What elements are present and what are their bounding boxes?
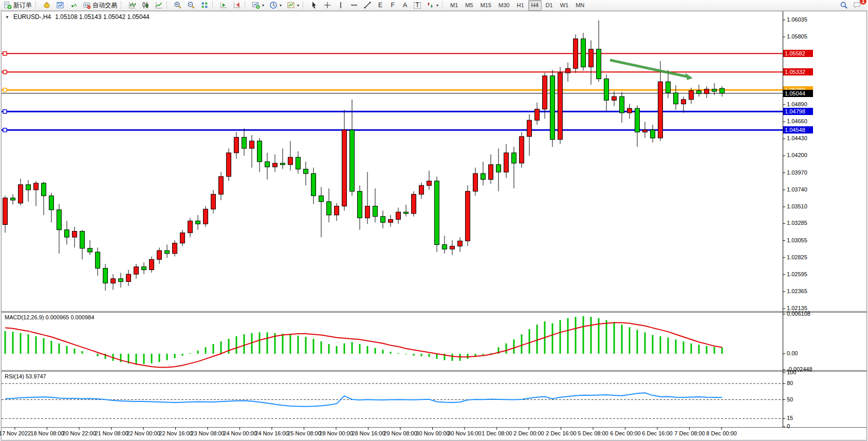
autotrading-icon <box>83 1 91 9</box>
x-axis-label: 30 Nov 16:00 <box>448 430 481 436</box>
price-level-tag[interactable]: 1.05332 <box>783 68 813 75</box>
rsi-name: RSI(14) <box>5 373 24 379</box>
x-axis-label: 6 Dec 00:00 <box>610 430 640 436</box>
chart-window: ▼ EURUSD-,H4 1.05108 1.05143 1.05042 1.0… <box>1 11 867 440</box>
x-axis-label: 22 Nov 16:00 <box>159 430 192 436</box>
y-axis-tick-label: 1.02825 <box>787 254 807 260</box>
bar-chart-button[interactable] <box>126 0 138 11</box>
trendline-icon <box>363 1 372 9</box>
chart-shift-icon <box>233 1 241 9</box>
search-icon[interactable] <box>838 0 850 11</box>
rsi-axis-label: 100 <box>787 369 796 375</box>
text-icon: A <box>401 2 409 9</box>
rsi-axis-label: 80 <box>787 380 793 386</box>
auto-scroll-icon <box>219 1 228 9</box>
channel-icon: E <box>377 2 384 9</box>
horizontal-line-icon <box>350 1 358 9</box>
macd-name: MACD(12,26,9) <box>5 314 44 320</box>
crosshair-icon <box>323 1 331 9</box>
equidistant-channel-button[interactable]: E <box>375 0 386 11</box>
x-axis-label: 5 Dec 08:00 <box>578 430 608 436</box>
price-level-tag[interactable]: 1.04798 <box>783 108 813 115</box>
dropdown-caret-icon[interactable]: ▾ <box>436 3 438 8</box>
auto-scroll-button[interactable] <box>217 0 230 11</box>
templates-button[interactable]: ▾ <box>285 0 301 11</box>
horizontal-line-button[interactable] <box>348 0 360 11</box>
notifications-icon[interactable]: 1 <box>851 0 863 11</box>
fibonacci-button[interactable]: F <box>387 0 398 11</box>
tile-windows-button[interactable] <box>198 0 211 11</box>
x-axis-label: 7 Dec 08:00 <box>674 430 705 436</box>
chart-ohlc-values: 1.05108 1.05143 1.05042 1.05044 <box>55 13 150 21</box>
x-axis-label: 28 Nov 00:00 <box>319 430 353 436</box>
line-chart-button[interactable] <box>153 0 165 11</box>
chart-menu-caret-icon[interactable]: ▼ <box>5 15 9 20</box>
crosshair-button[interactable] <box>321 0 334 11</box>
timeframe-button-mn[interactable]: MN <box>572 0 587 11</box>
x-axis-label: 20 Nov 22:00 <box>62 430 96 436</box>
new-order-button[interactable]: 新订单 <box>2 0 34 11</box>
signals-icon[interactable] <box>67 0 80 11</box>
toolbar-separator <box>167 2 170 9</box>
x-axis-label: 24 Nov 16:00 <box>255 430 288 436</box>
autotrading-button[interactable]: 自动交易 <box>81 0 119 11</box>
chart-shift-button[interactable] <box>231 0 243 11</box>
x-axis-label: 2 Dec 00:00 <box>513 430 544 436</box>
toolbar-separator <box>121 2 124 9</box>
y-axis-tick-label: 1.03740 <box>787 186 807 193</box>
timeframe-button-m15[interactable]: M15 <box>477 0 494 11</box>
y-axis-tick-label: 1.02595 <box>787 271 807 277</box>
toolbar-group <box>120 0 165 11</box>
dropdown-caret-icon[interactable]: ▾ <box>297 3 299 8</box>
x-axis-label: 30 Nov 00:00 <box>416 430 449 436</box>
chart-symbol-period: EURUSD-,H4 <box>13 13 51 21</box>
y-axis-tick-label: 1.04200 <box>787 152 807 158</box>
dropdown-caret-icon[interactable]: ▾ <box>262 3 264 8</box>
toolbar-separator <box>303 2 306 9</box>
x-axis-label: 24 Nov 00:00 <box>223 430 256 436</box>
y-axis-tick-label: 1.04890 <box>787 101 807 107</box>
toolbar-group: 新订单 <box>1 0 34 11</box>
price-level-tag[interactable]: 1.05582 <box>783 50 813 57</box>
timeframe-button-h1[interactable]: H1 <box>513 0 527 11</box>
main-toolbar: 新订单自动交易▾▾▾EFAT▾M1M5M15M30H1H4D1W1MN1 <box>0 0 868 11</box>
x-axis-label: 28 Nov 16:00 <box>352 430 385 436</box>
trade-icon[interactable] <box>41 0 53 11</box>
vertical-line-icon <box>337 1 345 9</box>
arrows-icon <box>426 1 434 9</box>
y-axis-tick-label: 1.03055 <box>787 237 807 243</box>
x-axis-label: 8 Dec 00:00 <box>706 430 736 436</box>
arrows-button[interactable]: ▾ <box>424 0 440 11</box>
rsi-value: 53.9747 <box>26 373 46 379</box>
candlestick-chart-button[interactable] <box>139 0 152 11</box>
bar-chart-icon <box>128 1 136 9</box>
cursor-icon <box>310 1 318 9</box>
timeframe-button-h4[interactable]: H4 <box>528 0 542 11</box>
timeframe-button-m1[interactable]: M1 <box>447 0 461 11</box>
timeframe-button-m30[interactable]: M30 <box>495 0 512 11</box>
x-axis-label: 21 Nov 08:00 <box>95 430 128 436</box>
zoom-out-button[interactable] <box>185 0 197 11</box>
timeframe-button-d1[interactable]: D1 <box>543 0 556 11</box>
x-axis-label: 23 Nov 08:00 <box>191 430 224 436</box>
x-axis-label: 2 Dec 16:00 <box>546 430 576 436</box>
vertical-line-button[interactable] <box>335 0 347 11</box>
timeframe-button-w1[interactable]: W1 <box>557 0 572 11</box>
text-button[interactable]: A <box>399 0 411 11</box>
x-axis-label: 22 Nov 00:00 <box>126 430 160 436</box>
cursor-button[interactable] <box>308 0 320 11</box>
chart-canvas[interactable] <box>2 11 866 441</box>
dropdown-caret-icon[interactable]: ▾ <box>280 3 282 8</box>
zoom-in-button[interactable] <box>172 0 184 11</box>
text-label-icon: T <box>414 2 421 9</box>
charts-window-icon[interactable] <box>54 0 66 11</box>
timeframes-toolbar: M1M5M15M30H1H4D1W1MN <box>441 0 588 11</box>
timeframe-button-m5[interactable]: M5 <box>462 0 476 11</box>
price-level-tag[interactable]: 1.04548 <box>783 126 813 133</box>
y-axis-tick-label: 1.02365 <box>787 288 807 294</box>
text-label-button[interactable]: T <box>412 0 423 11</box>
line-chart-icon <box>155 1 163 9</box>
periodicity-button[interactable]: ▾ <box>267 0 284 11</box>
trendline-button[interactable] <box>361 0 374 11</box>
new-chart-button[interactable]: ▾ <box>250 0 266 11</box>
